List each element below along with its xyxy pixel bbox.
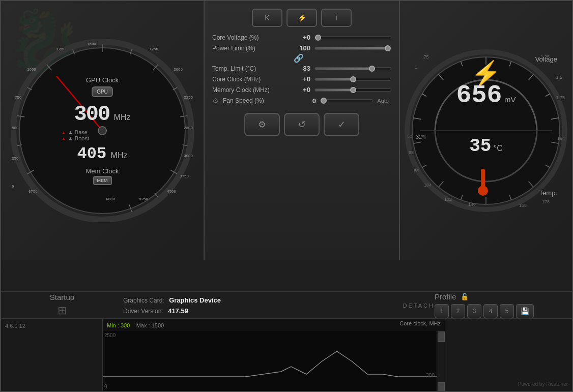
- tick-6750: 6750: [28, 189, 38, 194]
- lock-icon: 🔓: [461, 293, 469, 300]
- tick-3750: 3750: [180, 174, 189, 178]
- voltage-unit: mV: [504, 95, 516, 103]
- graph-scrollbar[interactable]: [437, 331, 445, 391]
- graphics-card-row: Graphics Card: Graphics Device: [123, 295, 393, 305]
- profile-btn-2[interactable]: 2: [451, 304, 465, 318]
- temp-68: 68: [409, 150, 414, 155]
- tick-1500: 1500: [87, 42, 96, 46]
- driver-version-label: Driver Version:: [123, 308, 163, 315]
- base-triangle: ▲: [62, 130, 66, 135]
- profile-save-button[interactable]: 💾: [516, 304, 534, 318]
- temp-c-value: 35: [469, 136, 491, 157]
- graph-min-max: Min : 300 Max : 1500: [107, 320, 164, 329]
- temp-194: 194: [557, 136, 565, 141]
- memory-clock-label: Memory Clock (MHz): [212, 86, 289, 94]
- tick-750: 750: [15, 95, 21, 100]
- temp-140: 140: [468, 202, 476, 207]
- tick-3000: 3000: [184, 154, 193, 158]
- fan-speed-value: 0: [298, 97, 316, 105]
- mem-clock-label: Mem Clock: [51, 167, 153, 175]
- graph-area: Min : 300 Max : 1500 Core clock, MHz 250…: [103, 319, 445, 391]
- tick-0: 0: [12, 184, 14, 189]
- k-button[interactable]: K: [252, 9, 282, 27]
- volt-tick-175: 1.75: [556, 95, 565, 100]
- apply-button[interactable]: ✓: [324, 113, 359, 136]
- settings-button[interactable]: ⚙: [244, 113, 280, 136]
- mem-clock-section: Mem Clock MEM: [51, 167, 153, 185]
- center-controls: K ⚡ i Core Voltage (%) +0: [205, 1, 399, 260]
- mem-clock-value-row: 405 MHz: [51, 144, 153, 163]
- volt-tick-15: 1.5: [556, 75, 562, 80]
- action-buttons: ⚙ ↺ ✓: [212, 113, 391, 136]
- graph-value-0: 0: [104, 384, 107, 389]
- profile-header: Profile 🔓: [435, 292, 562, 301]
- core-voltage-track[interactable]: [314, 36, 391, 39]
- core-clock-row: Core Clock (MHz) +0: [212, 75, 391, 83]
- fan-curve-button[interactable]: ⚡: [286, 9, 317, 27]
- sliders-section: Core Voltage (%) +0 Power Limit (%) 100: [212, 34, 391, 105]
- gpu-clock-unit: MHz: [114, 113, 131, 122]
- power-limit-row: Power Limit (%) 100: [212, 44, 391, 52]
- scrollbar-thumb[interactable]: [438, 331, 445, 342]
- tick-1000: 1000: [27, 67, 36, 72]
- right-gauge-wrapper: ⚡ 656 mV Voltage .75 1 1.25 1.5 1.75 32°…: [405, 49, 567, 212]
- power-limit-track[interactable]: [314, 47, 391, 50]
- app-container: OC 🔍 msi A F T E R B U R N E R — ✕ 🐉: [0, 0, 573, 392]
- memory-clock-row: Memory Clock (MHz) +0: [212, 86, 391, 94]
- profile-btn-5[interactable]: 5: [500, 304, 514, 318]
- profile-label: Profile: [435, 292, 456, 301]
- version-section: 4.6.0 12: [1, 319, 103, 391]
- fan-speed-track[interactable]: [320, 99, 373, 102]
- core-voltage-row: Core Voltage (%) +0: [212, 34, 391, 41]
- temp-158: 158: [519, 203, 527, 208]
- tick-1750: 1750: [149, 47, 158, 51]
- rivatuner-section: Powered by Rivatuner: [445, 319, 572, 391]
- temp-limit-value: 83: [293, 65, 310, 72]
- volt-tick-1: 1: [415, 65, 417, 70]
- driver-version-value: 417.59: [168, 307, 188, 315]
- info-button[interactable]: i: [321, 9, 352, 27]
- gpu-device-info: Graphics Card: Graphics Device Driver Ve…: [113, 295, 403, 315]
- base-label: ▲ Base: [68, 129, 88, 135]
- graph-min-label: Min : 300: [107, 322, 130, 328]
- tick-2000: 2000: [174, 67, 183, 72]
- top-control-buttons: K ⚡ i: [212, 9, 391, 27]
- power-limit-label: Power Limit (%): [212, 45, 289, 52]
- mem-icon: MEM: [93, 176, 112, 185]
- profile-btn-4[interactable]: 4: [483, 304, 498, 318]
- memory-clock-track[interactable]: [314, 88, 391, 92]
- tick-4500: 4500: [167, 189, 176, 194]
- temp-176: 176: [542, 199, 550, 204]
- volt-tick-75: .75: [422, 54, 429, 59]
- mem-clock-value: 405: [77, 144, 107, 163]
- reset-icon: ↺: [298, 119, 306, 130]
- rivatuner-label: Powered by Rivatuner: [449, 381, 568, 387]
- mem-clock-unit: MHz: [111, 151, 128, 160]
- tick-250: 250: [12, 156, 18, 161]
- profile-btn-3[interactable]: 3: [467, 304, 481, 318]
- profile-btn-1[interactable]: 1: [435, 304, 449, 318]
- reset-button[interactable]: ↺: [284, 113, 320, 136]
- gpu-info-bar: Startup ⊞ Graphics Card: Graphics Device…: [1, 291, 572, 319]
- right-gauge-panel: ⚡ 656 mV Voltage .75 1 1.25 1.5 1.75 32°…: [399, 1, 572, 260]
- graph-value-300: 300: [426, 373, 435, 378]
- startup-windows-icon[interactable]: ⊞: [58, 304, 67, 317]
- detach-button[interactable]: DETACH: [403, 303, 435, 309]
- temp-display: 35 °C: [469, 136, 503, 157]
- graphics-card-label: Graphics Card:: [123, 297, 164, 304]
- graph-max-label: Max : 1500: [136, 322, 164, 328]
- tick-6000: 6000: [106, 197, 115, 201]
- voltage-display: 656 mV: [456, 80, 516, 109]
- scrollbar-thumb-2[interactable]: [438, 382, 445, 392]
- gpu-clock-section: GPU Clock GPU 300 MHz: [51, 76, 153, 127]
- core-voltage-value: +0: [293, 34, 310, 41]
- left-gauge-panel: 🐉: [1, 1, 205, 260]
- temp-limit-label: Temp. Limit (°C): [212, 65, 289, 72]
- driver-version-row: Driver Version: 417.59: [123, 306, 393, 315]
- power-limit-value: 100: [293, 44, 310, 52]
- link-icon[interactable]: 🔗: [294, 53, 304, 63]
- core-clock-track[interactable]: [314, 78, 391, 81]
- graph-header: Min : 300 Max : 1500 Core clock, MHz: [103, 319, 445, 331]
- tick-5250: 5250: [139, 197, 148, 201]
- temp-limit-track[interactable]: [314, 67, 391, 70]
